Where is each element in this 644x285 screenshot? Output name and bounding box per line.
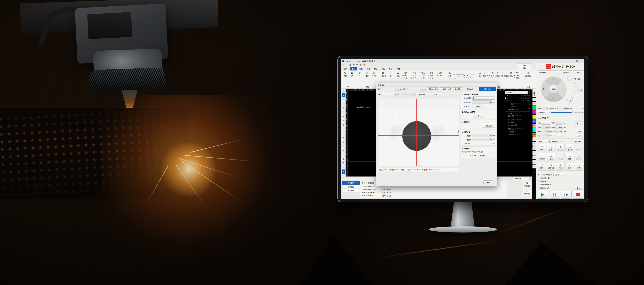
work-light-button[interactable]: ☀工作灯 (575, 162, 583, 171)
chamfer-button[interactable]: ∟倒角 (428, 74, 436, 76)
axis-target-icon[interactable] (505, 97, 506, 99)
compensation-button[interactable]: ◺补偿 (402, 77, 410, 79)
forward-button[interactable]: ≫前进 (566, 153, 574, 161)
seal-button[interactable]: ○封口 (419, 77, 428, 79)
sort-mode-icon[interactable] (453, 74, 455, 77)
feed-slider-thumb[interactable] (572, 111, 574, 113)
expand-panel-icon[interactable]: » (529, 91, 530, 94)
focus-plus-button[interactable]: + (553, 134, 556, 137)
menu-file[interactable]: 文件 (342, 67, 350, 70)
camera-scrollbar-h[interactable] (418, 166, 421, 166)
sort-mode-icon[interactable] (456, 72, 458, 74)
step-continuous-radio[interactable] (574, 78, 576, 79)
circle-tool[interactable]: ○ (342, 127, 345, 131)
exposure-thumb[interactable] (382, 88, 383, 90)
jog-cut-checkbox[interactable] (538, 117, 539, 119)
tab-active-alarms[interactable]: 活动报警 (342, 185, 360, 189)
start-button[interactable] (538, 191, 548, 199)
low-speed-field[interactable]: 6 (542, 107, 549, 110)
axis-target-icon[interactable] (505, 100, 506, 101)
sort-slider-thumb[interactable] (454, 78, 456, 80)
exposure-slider[interactable] (382, 88, 394, 90)
frame-tool[interactable]: ⊡ (342, 165, 345, 170)
focus-home-button[interactable]: 回零 (575, 134, 583, 137)
wcs-dropdown[interactable]: 工件坐标系1▾ (538, 70, 558, 74)
feed-override-slider[interactable] (551, 112, 578, 113)
mark-length-field[interactable]: 5 (472, 100, 492, 104)
breakpoint-pierce-checkbox[interactable] (538, 187, 539, 189)
display-button[interactable]: ▦显示▾ (349, 71, 355, 78)
layer-tab-l3[interactable]: L3 (532, 128, 536, 132)
sort-next-icon[interactable]: ≫ (467, 74, 469, 77)
mirror-flip-tool[interactable]: ⇄ (342, 89, 345, 93)
counterbore-button[interactable]: ▥沉孔▾ (509, 71, 513, 78)
mark-point-dropdown[interactable]: 标记点 1▾ (538, 140, 550, 143)
clear-button[interactable]: ▰清除▾ (395, 71, 402, 78)
envelope-button[interactable]: ◌包络线▾ (504, 71, 509, 78)
bridge-button[interactable]: Ⓗ桥接 (436, 71, 445, 74)
mark-gear-icon[interactable]: ⚙ (561, 140, 562, 142)
group-button[interactable]: ▣群组 (514, 74, 520, 76)
position-test-label[interactable]: 定位测试 (470, 154, 476, 156)
common-edge-button[interactable]: ◫共边▾ (490, 71, 495, 78)
tab-history-alarms[interactable]: 历史报警 (342, 189, 360, 192)
pan-tool[interactable]: ☝ (342, 97, 345, 102)
layer-tab-4[interactable]: 4 (532, 151, 536, 155)
cancel-cross-button[interactable]: ✕ (532, 102, 536, 105)
buzzer-off-button[interactable]: 🔇蜂鸣器关 (523, 181, 531, 188)
expand-corner-icon[interactable]: ⇲ (529, 108, 530, 109)
layer-tab-big[interactable]: 大 (532, 106, 536, 109)
redo-icon[interactable]: ↷ (356, 64, 358, 66)
jog-pad[interactable]: Y+ X- X+ Y- 高速 (541, 76, 566, 101)
dialog-close-icon[interactable]: ✕ (494, 84, 496, 86)
dry-run-button[interactable]: ∿空运行 (547, 144, 556, 152)
coords-mode-dropdown[interactable]: 机械坐标▾ (505, 91, 528, 94)
point-tool[interactable]: • (342, 114, 345, 119)
z-down-button[interactable]: ⌇▼ (568, 97, 573, 103)
jog-x-minus[interactable]: X- (543, 88, 545, 90)
fly-cut-button[interactable]: ⋱飞切▾ (486, 71, 490, 78)
more-button[interactable]: 更多... (575, 187, 583, 190)
alarm-reset-button[interactable]: ⟳报警复位 (523, 189, 531, 196)
fine-position-tool[interactable]: ⌖ (342, 170, 345, 174)
light-source-button[interactable]: 光源 (430, 93, 442, 96)
cross-line-tool[interactable]: ╳ (342, 123, 345, 127)
dock-button[interactable]: ┼停靠 (402, 74, 410, 76)
chop-button[interactable]: ▦切碎 (436, 74, 445, 76)
optimize-button[interactable]: ⊛优化 (514, 77, 520, 79)
loop-machining-button[interactable]: ⟳循环加工 (556, 144, 565, 152)
lens-offset-y-field[interactable]: 0 (472, 138, 492, 141)
cut-mark-play-button[interactable] (473, 114, 484, 118)
reconnect-camera-button[interactable]: 重连相机 (453, 87, 462, 91)
sort-slider[interactable] (453, 77, 476, 79)
resume-button[interactable] (561, 191, 572, 199)
tab-vision-template[interactable]: 视觉模板 (461, 87, 478, 91)
shutter-button[interactable]: ▨光闸 (556, 162, 565, 171)
reverse-button[interactable]: ⇄反向 (419, 74, 428, 76)
save-icon[interactable]: ▣ (349, 64, 351, 66)
one-key-setup-button[interactable]: ⚙一键设置 (379, 71, 387, 77)
start-point-button[interactable]: ⌐起点 (402, 71, 410, 74)
layer-tab-mark[interactable]: 打标 (532, 133, 536, 137)
minimize-button[interactable]: — (572, 60, 573, 62)
mark-coord-button[interactable]: 标记坐标 (550, 140, 560, 143)
vision-settings-button[interactable]: 视觉设置 (416, 93, 429, 96)
layer-tab-6[interactable]: 6 (532, 160, 536, 164)
work-zero-button[interactable]: 工件置零 (559, 70, 572, 74)
size-button[interactable]: ⊞尺寸▾ (357, 71, 364, 78)
tab-craft[interactable]: ⊟工艺 (532, 89, 536, 97)
layer-tab-2[interactable]: 2 (532, 142, 536, 146)
gas-type-dropdown[interactable]: 空气▾ (542, 122, 550, 125)
tab-calibration[interactable]: 标定定位 (478, 87, 496, 91)
blow-gas-button[interactable]: 吹气 (574, 121, 583, 125)
dialog-dry-run-button[interactable]: 空运行 (478, 154, 487, 157)
sort-mode-icon[interactable] (472, 74, 475, 77)
backward-button[interactable]: ≪后退 (547, 153, 556, 161)
move-rotate-tool[interactable]: ⟲ (342, 102, 345, 106)
sort-mode-icon[interactable] (472, 72, 475, 74)
menu-help[interactable]: 帮助 (394, 67, 402, 70)
stop-button[interactable] (573, 191, 583, 199)
polygon-tool[interactable]: ◇ (342, 140, 345, 144)
tab-system-log[interactable]: 系统日志 (342, 181, 360, 185)
line-tool[interactable]: ╱ (342, 119, 345, 123)
